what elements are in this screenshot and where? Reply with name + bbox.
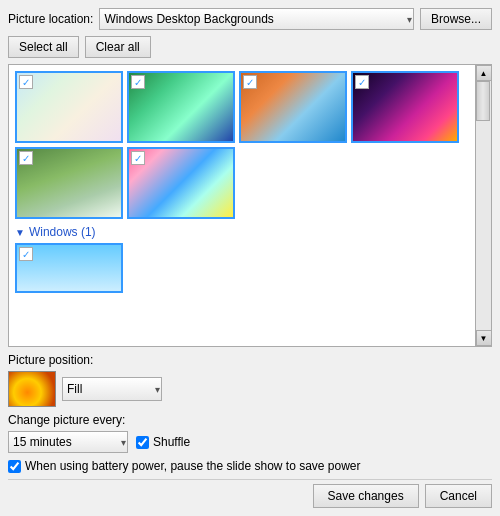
- wallpaper-scroll-area: ✓ ✓ ✓ ✓ ✓ ✓ ▼: [8, 64, 492, 347]
- battery-checkbox[interactable]: [8, 460, 21, 473]
- change-picture-row: 10 seconds 30 seconds 1 minute 2 minutes…: [8, 431, 492, 453]
- picture-location-select-wrapper[interactable]: Windows Desktop Backgrounds ▾: [99, 8, 414, 30]
- shuffle-label: Shuffle: [153, 435, 190, 449]
- battery-label: When using battery power, pause the slid…: [25, 459, 361, 473]
- checkbox-icon: ✓: [19, 247, 33, 261]
- picture-location-label: Picture location:: [8, 12, 93, 26]
- bottom-bar: Save changes Cancel: [8, 479, 492, 508]
- category-label: Windows (1): [29, 225, 96, 239]
- picture-position-section: Picture position: Fill Fit Stretch Tile …: [8, 353, 492, 407]
- position-thumbnail: [8, 371, 56, 407]
- picture-position-row: Fill Fit Stretch Tile Center ▾: [8, 371, 492, 407]
- scroll-up-button[interactable]: ▲: [476, 65, 492, 81]
- list-item[interactable]: ✓: [15, 243, 123, 293]
- collapse-arrow-icon: ▼: [15, 227, 25, 238]
- picture-location-row: Picture location: Windows Desktop Backgr…: [8, 8, 492, 30]
- interval-select[interactable]: 10 seconds 30 seconds 1 minute 2 minutes…: [8, 431, 128, 453]
- scroll-down-button[interactable]: ▼: [476, 330, 492, 346]
- select-clear-row: Select all Clear all: [8, 36, 492, 58]
- select-all-button[interactable]: Select all: [8, 36, 79, 58]
- shuffle-checkbox[interactable]: [136, 436, 149, 449]
- windows-wallpaper-grid: ✓: [13, 241, 471, 295]
- picture-position-label: Picture position:: [8, 353, 492, 367]
- picture-location-select[interactable]: Windows Desktop Backgrounds: [99, 8, 414, 30]
- scrollbar-thumb-area[interactable]: [476, 81, 491, 330]
- checkbox-icon: ✓: [355, 75, 369, 89]
- wallpaper-grid: ✓ ✓ ✓ ✓ ✓ ✓: [13, 69, 471, 221]
- checkbox-icon: ✓: [19, 75, 33, 89]
- scrollbar-track: ▲ ▼: [475, 65, 491, 346]
- checkbox-icon: ✓: [131, 75, 145, 89]
- list-item[interactable]: ✓: [15, 71, 123, 143]
- checkbox-icon: ✓: [243, 75, 257, 89]
- save-button[interactable]: Save changes: [313, 484, 419, 508]
- battery-row: When using battery power, pause the slid…: [8, 459, 492, 473]
- list-item[interactable]: ✓: [351, 71, 459, 143]
- position-select-wrapper[interactable]: Fill Fit Stretch Tile Center ▾: [62, 377, 162, 401]
- checkbox-icon: ✓: [19, 151, 33, 165]
- scrollbar-thumb[interactable]: [476, 81, 490, 121]
- list-item[interactable]: ✓: [127, 147, 235, 219]
- interval-select-wrapper[interactable]: 10 seconds 30 seconds 1 minute 2 minutes…: [8, 431, 128, 453]
- browse-button[interactable]: Browse...: [420, 8, 492, 30]
- position-select[interactable]: Fill Fit Stretch Tile Center: [62, 377, 162, 401]
- clear-all-button[interactable]: Clear all: [85, 36, 151, 58]
- list-item[interactable]: ✓: [15, 147, 123, 219]
- checkbox-icon: ✓: [131, 151, 145, 165]
- list-item[interactable]: ✓: [127, 71, 235, 143]
- list-item[interactable]: ✓: [239, 71, 347, 143]
- category-header[interactable]: ▼ Windows (1): [13, 221, 471, 241]
- change-picture-section: Change picture every: 10 seconds 30 seco…: [8, 413, 492, 453]
- shuffle-row: Shuffle: [136, 435, 190, 449]
- cancel-button[interactable]: Cancel: [425, 484, 492, 508]
- change-picture-label: Change picture every:: [8, 413, 492, 427]
- main-container: Picture location: Windows Desktop Backgr…: [0, 0, 500, 516]
- wallpaper-content[interactable]: ✓ ✓ ✓ ✓ ✓ ✓ ▼: [9, 65, 475, 346]
